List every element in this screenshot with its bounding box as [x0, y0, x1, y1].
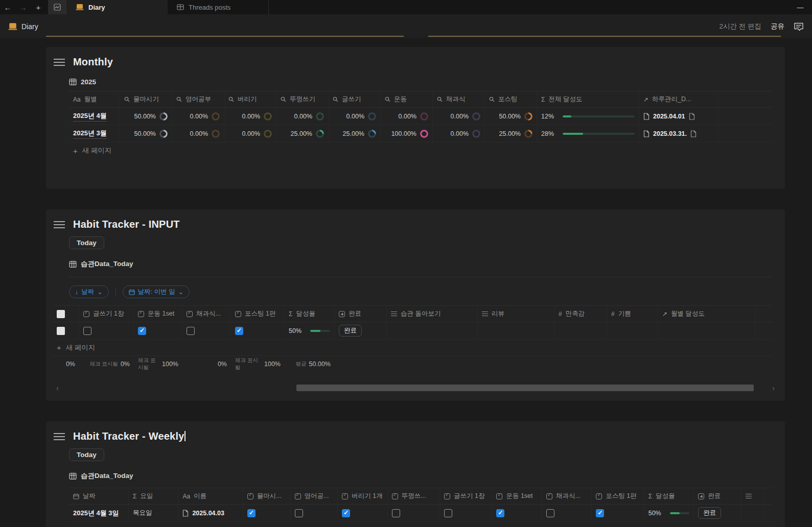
column-header[interactable]: 글쓰기 1장	[79, 306, 134, 322]
number-cell[interactable]	[607, 322, 658, 339]
column-header[interactable]: 영어공...	[291, 488, 338, 504]
minimize-button[interactable]: —	[788, 0, 812, 14]
select-all-checkbox[interactable]	[53, 306, 79, 322]
checkbox-cell[interactable]	[492, 505, 542, 521]
column-header[interactable]: 리뷰	[478, 306, 554, 322]
column-header[interactable]: Σ달성율	[285, 306, 335, 322]
column-header[interactable]: ↗월별 달성도	[658, 306, 755, 322]
checkbox[interactable]	[392, 509, 400, 517]
today-button[interactable]: Today	[69, 236, 104, 249]
row-title-cell[interactable]: 2025.04.03	[178, 505, 243, 521]
column-header[interactable]: 채과식...	[542, 488, 592, 504]
checkbox[interactable]	[496, 509, 504, 517]
today-button[interactable]: Today	[69, 448, 104, 461]
column-header[interactable]: 포스팅	[485, 91, 537, 107]
text-cell[interactable]	[478, 322, 554, 339]
column-header[interactable]: 뚜껑쓰...	[388, 488, 440, 504]
column-header[interactable]: 물마시...	[243, 488, 291, 504]
text-cell[interactable]	[741, 505, 764, 521]
column-header[interactable]: Aa월별	[69, 91, 120, 107]
column-header[interactable]: #만족감	[554, 306, 607, 322]
checkbox-cell[interactable]	[440, 505, 492, 521]
checkbox-cell[interactable]	[182, 322, 231, 339]
relation-page-link[interactable]: 2025.04.01	[653, 113, 685, 120]
checkbox[interactable]	[187, 327, 195, 335]
row-title-cell[interactable]: 2025년 4월	[69, 108, 120, 125]
column-header[interactable]: 완료	[694, 488, 741, 504]
drag-handle-icon[interactable]	[54, 221, 65, 228]
checkbox[interactable]	[444, 509, 452, 517]
column-header[interactable]: 운동	[381, 91, 433, 107]
relation-cell[interactable]: 2025.04.01	[639, 108, 718, 125]
forward-button[interactable]: →	[15, 0, 31, 14]
column-header[interactable]: 글쓰기 1장	[440, 488, 492, 504]
column-header[interactable]: 뚜껑쓰기	[276, 91, 329, 107]
checkbox-cell[interactable]	[592, 505, 644, 521]
column-header[interactable]: #기쁨	[607, 306, 658, 322]
column-header[interactable]: 포스팅 1편	[592, 488, 644, 504]
column-header[interactable]: 완료	[335, 306, 387, 322]
sort-chip-date[interactable]: ↓ 날짜 ⌄	[69, 285, 109, 298]
column-header[interactable]: ↗하루관리_D...	[639, 91, 718, 107]
checkbox-cell[interactable]	[542, 505, 592, 521]
aggregate[interactable]: 체크 표시됨0%	[79, 356, 134, 372]
row-title-cell[interactable]: 2025년 3월	[69, 125, 120, 142]
column-header[interactable]: 채과식	[433, 91, 485, 107]
checkbox-cell[interactable]	[134, 322, 182, 339]
new-tab-button[interactable]: +	[31, 0, 46, 14]
checkbox[interactable]	[247, 509, 256, 517]
date-cell[interactable]: 2025년 4월 3일	[69, 505, 129, 521]
column-header[interactable]: Σ요일	[129, 488, 178, 504]
new-page-button[interactable]: + 새 페이지	[53, 340, 772, 356]
column-header[interactable]: Σ달성율	[644, 488, 694, 504]
database-title-input[interactable]: 습관Data_Today	[69, 259, 785, 269]
checkbox-cell[interactable]	[231, 322, 285, 339]
aggregate[interactable]: 0%	[182, 356, 231, 372]
number-cell[interactable]	[554, 322, 607, 339]
relation-cell[interactable]	[658, 322, 755, 339]
aggregate[interactable]: 평균50.00%	[285, 356, 335, 372]
done-button[interactable]: 완료	[339, 325, 362, 337]
database-title-weekly[interactable]: 습관Data_Today	[69, 471, 785, 481]
column-header[interactable]: 날짜	[69, 488, 129, 504]
checkbox[interactable]	[295, 509, 303, 517]
column-header[interactable]: 포스팅 1편	[231, 306, 285, 322]
aggregate[interactable]: 체크 표시됨100%	[231, 356, 285, 372]
button-cell[interactable]: 완료	[694, 505, 741, 521]
tab-threads-posts[interactable]: Threads posts	[168, 0, 269, 14]
pinned-tab[interactable]	[48, 0, 66, 14]
text-cell[interactable]	[387, 322, 478, 339]
checkbox[interactable]	[138, 327, 146, 335]
checkbox[interactable]	[596, 509, 604, 517]
column-header[interactable]: 운동 1set	[492, 488, 542, 504]
checkbox-cell[interactable]	[291, 505, 338, 521]
filter-chip-date[interactable]: 날짜: 이번 일 ⌄	[123, 285, 190, 298]
checkbox[interactable]	[546, 509, 554, 517]
aggregate[interactable]: 체크 표시됨100%	[134, 356, 182, 372]
column-header[interactable]: 버리기	[224, 91, 276, 107]
done-button[interactable]: 완료	[698, 507, 721, 519]
scroll-left-arrow[interactable]: ‹	[56, 385, 59, 392]
comments-icon[interactable]	[794, 22, 804, 31]
scrollbar-thumb[interactable]	[296, 385, 754, 391]
column-header[interactable]: 버리기 1개	[338, 488, 387, 504]
checkbox-cell[interactable]	[79, 322, 134, 339]
tab-diary[interactable]: Diary	[66, 0, 168, 14]
share-button[interactable]: 공유	[771, 22, 784, 31]
row-select-checkbox[interactable]	[53, 322, 79, 339]
drag-handle-icon[interactable]	[54, 59, 65, 66]
breadcrumb[interactable]: Diary	[8, 22, 38, 31]
column-header[interactable]: 채과식...	[182, 306, 231, 322]
aggregate[interactable]: 0%	[53, 356, 79, 372]
column-header[interactable]: 글쓰기	[329, 91, 381, 107]
checkbox-cell[interactable]	[243, 505, 291, 521]
drag-handle-icon[interactable]	[54, 433, 65, 440]
column-header[interactable]: 영어공부	[172, 91, 224, 107]
column-header[interactable]: 물마시기	[120, 91, 172, 107]
column-header[interactable]: Aa이름	[178, 488, 243, 504]
database-title-monthly[interactable]: 2025	[69, 78, 785, 86]
column-header[interactable]: 운동 1set	[134, 306, 182, 322]
column-header[interactable]	[741, 488, 764, 504]
scroll-right-arrow[interactable]: ›	[772, 385, 775, 392]
back-button[interactable]: ←	[0, 0, 15, 14]
